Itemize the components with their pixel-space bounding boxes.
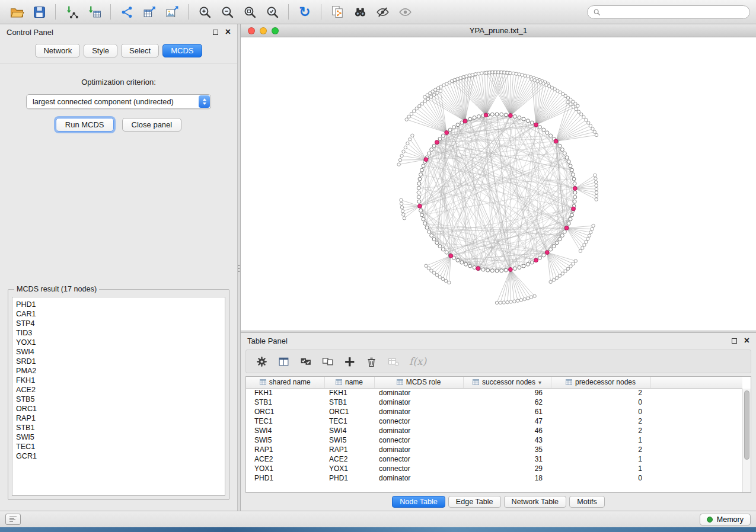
network-node[interactable]	[533, 79, 536, 82]
network-node[interactable]	[473, 116, 476, 120]
table-row[interactable]: RAP1RAP1dominator352	[246, 445, 742, 454]
network-node[interactable]	[567, 160, 570, 164]
network-node[interactable]	[473, 266, 476, 270]
save-button[interactable]	[28, 2, 50, 21]
network-node[interactable]	[560, 148, 564, 152]
network-node[interactable]	[397, 163, 400, 166]
network-node[interactable]	[417, 196, 420, 199]
birds-eye-view-button[interactable]	[349, 2, 371, 21]
network-node[interactable]	[589, 124, 592, 127]
network-node[interactable]	[500, 269, 503, 273]
network-node[interactable]	[465, 75, 468, 78]
network-node[interactable]	[500, 70, 503, 73]
network-node[interactable]	[407, 115, 410, 118]
table-row[interactable]: TEC1TEC1connector472	[246, 416, 742, 426]
table-tab-node-table[interactable]: Node Table	[392, 496, 445, 508]
network-node[interactable]	[462, 75, 465, 78]
network-node[interactable]	[456, 77, 459, 80]
control-tab-style[interactable]: Style	[84, 44, 117, 57]
network-node[interactable]	[432, 144, 436, 148]
network-hub-node[interactable]	[509, 268, 513, 272]
network-node[interactable]	[495, 113, 499, 116]
network-node[interactable]	[420, 102, 423, 105]
column-header-predecessor-nodes[interactable]: predecessor nodes	[551, 377, 650, 388]
network-node[interactable]	[595, 198, 598, 201]
network-node[interactable]	[576, 104, 579, 107]
network-node[interactable]	[567, 222, 570, 225]
column-header-successor-nodes[interactable]: successor nodes▾	[463, 377, 551, 388]
network-hub-node[interactable]	[572, 207, 576, 211]
share-network-button[interactable]	[116, 2, 138, 21]
network-node[interactable]	[587, 121, 590, 124]
network-node[interactable]	[569, 164, 572, 168]
mcds-result-item[interactable]: ORC1	[16, 404, 225, 414]
window-minimize-button[interactable]	[260, 27, 267, 34]
network-node[interactable]	[515, 72, 518, 75]
network-node[interactable]	[566, 100, 569, 103]
zoom-selected-button[interactable]	[261, 2, 283, 21]
network-node[interactable]	[422, 217, 425, 221]
network-node[interactable]	[595, 187, 598, 190]
network-hub-node[interactable]	[534, 123, 538, 127]
copy-view-button[interactable]	[327, 2, 348, 21]
network-node[interactable]	[526, 262, 529, 266]
network-node[interactable]	[497, 70, 500, 73]
network-node[interactable]	[583, 243, 586, 246]
control-tab-select[interactable]: Select	[121, 44, 159, 57]
network-node[interactable]	[423, 222, 427, 225]
network-node[interactable]	[585, 241, 588, 243]
network-node[interactable]	[425, 264, 428, 267]
network-node[interactable]	[435, 274, 438, 277]
table-tab-motifs[interactable]: Motifs	[569, 496, 605, 508]
export-image-button[interactable]	[161, 2, 183, 21]
column-header-shared-name[interactable]: shared name	[246, 377, 324, 388]
network-node[interactable]	[430, 269, 433, 272]
network-node[interactable]	[581, 246, 584, 249]
network-node[interactable]	[594, 177, 597, 180]
network-node[interactable]	[477, 115, 481, 118]
network-hub-node[interactable]	[554, 139, 558, 143]
network-node[interactable]	[588, 234, 591, 237]
mcds-result-item[interactable]: SWI4	[16, 347, 225, 357]
table-row[interactable]: YOX1YOX1connector291	[246, 464, 742, 473]
network-hub-node[interactable]	[424, 158, 428, 162]
network-node[interactable]	[432, 271, 435, 274]
network-node[interactable]	[579, 249, 582, 252]
network-node[interactable]	[572, 177, 576, 181]
network-node[interactable]	[405, 118, 408, 121]
mcds-result-item[interactable]: YOX1	[16, 338, 225, 347]
network-hub-node[interactable]	[573, 187, 577, 191]
unselect-all-button[interactable]	[321, 355, 334, 368]
run-mcds-button[interactable]: Run MCDS	[56, 118, 114, 132]
network-node[interactable]	[439, 89, 442, 92]
network-node[interactable]	[413, 110, 416, 113]
network-node[interactable]	[513, 300, 516, 303]
network-node[interactable]	[595, 184, 598, 187]
network-node[interactable]	[418, 177, 422, 181]
network-node[interactable]	[580, 113, 583, 116]
network-node[interactable]	[565, 156, 569, 159]
network-node[interactable]	[404, 146, 407, 149]
network-node[interactable]	[558, 238, 562, 241]
network-node[interactable]	[500, 113, 503, 116]
network-node[interactable]	[593, 130, 596, 133]
column-header-MCDS-role[interactable]: MCDS role	[374, 377, 463, 388]
network-node[interactable]	[526, 119, 529, 123]
network-node[interactable]	[406, 142, 409, 145]
window-zoom-button[interactable]	[272, 27, 279, 34]
network-node[interactable]	[468, 117, 472, 121]
network-node[interactable]	[513, 267, 516, 270]
show-columns-button[interactable]	[277, 355, 290, 368]
mcds-result-item[interactable]: TID3	[16, 328, 225, 338]
network-node[interactable]	[552, 245, 556, 248]
network-node[interactable]	[400, 202, 403, 205]
network-graph[interactable]	[241, 37, 756, 331]
network-node[interactable]	[441, 134, 445, 137]
show-panels-button[interactable]	[5, 514, 21, 525]
zoom-out-button[interactable]	[216, 2, 238, 21]
mcds-result-item[interactable]: FKH1	[16, 376, 225, 385]
network-node[interactable]	[480, 72, 483, 75]
network-node[interactable]	[555, 241, 559, 245]
network-node[interactable]	[575, 108, 578, 111]
show-details-button[interactable]	[394, 2, 416, 21]
